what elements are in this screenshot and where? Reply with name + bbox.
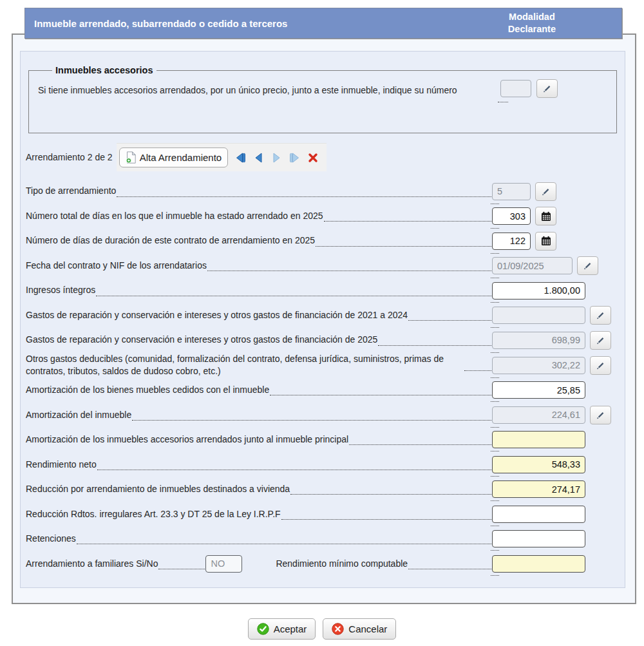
dotted-leader xyxy=(408,320,491,321)
add-record-button[interactable]: Alta Arrendamiento xyxy=(119,147,229,167)
page-title: Inmueble arrendado, subarrendado o cedid… xyxy=(34,18,287,29)
field-label: Reducción Rdtos. irregulares Art. 23.3 y… xyxy=(26,508,281,521)
edit-button[interactable] xyxy=(577,256,598,275)
form-row: Tipo de arrendamiento xyxy=(26,179,612,204)
dotted-leader xyxy=(77,544,491,544)
field-label: Rendimiento neto xyxy=(26,459,97,471)
inmuebles-accesorios-fieldset: Inmuebles accesorios Si tiene inmuebles … xyxy=(28,65,617,133)
edit-button[interactable] xyxy=(535,182,556,201)
field-label: Ingresos íntegros xyxy=(26,284,95,297)
modality-line2: Declarante xyxy=(508,24,556,34)
family-row: Arrendamiento a familiares Si/No Rendimi… xyxy=(26,551,612,576)
edit-button[interactable] xyxy=(536,79,558,98)
field-label: Retenciones xyxy=(26,533,76,546)
cancel-button[interactable]: Cancelar xyxy=(323,618,396,640)
reduccion-irregulares-field[interactable] xyxy=(492,506,585,523)
reduccion-vivienda-field[interactable] xyxy=(492,480,585,498)
field-label: Amortización de los bienes muebles cedid… xyxy=(26,384,269,397)
dotted-leader xyxy=(132,420,491,421)
amortizacion-bienes-muebles-field[interactable] xyxy=(492,381,585,399)
dias-contrato-2025-field[interactable] xyxy=(492,233,531,250)
form-row: Retenciones xyxy=(26,527,612,552)
pencil-icon xyxy=(541,187,551,196)
field-label: Rendimiento mínimo computable xyxy=(276,558,408,571)
dotted-leader xyxy=(316,246,491,247)
form-rows: Tipo de arrendamientoNúmero total de día… xyxy=(26,179,612,551)
field-label: Tipo de arrendamiento xyxy=(26,185,116,198)
accept-icon xyxy=(257,623,269,635)
field-label: Reducción por arrendamiento de inmuebles… xyxy=(26,483,290,496)
rendimiento-minimo-computable-field[interactable] xyxy=(492,555,585,573)
fieldset-legend: Inmuebles accesorios xyxy=(52,65,156,75)
arrendamiento-familiares-field[interactable] xyxy=(205,555,242,573)
edit-button[interactable] xyxy=(590,306,611,325)
ingresos-integros-field[interactable] xyxy=(492,282,585,299)
last-record-icon xyxy=(288,152,301,164)
retenciones-field[interactable] xyxy=(492,530,585,547)
form-row: Número total de días en los que el inmue… xyxy=(26,204,612,229)
cancel-icon xyxy=(332,623,344,635)
dotted-leader xyxy=(290,494,491,495)
pencil-icon xyxy=(542,84,552,93)
accept-button[interactable]: Aceptar xyxy=(248,618,316,640)
dotted-leader xyxy=(207,271,491,271)
calendar-button[interactable] xyxy=(535,232,556,251)
dialog-container: Inmuebles accesorios Si tiene inmuebles … xyxy=(12,33,636,604)
field-label: Número total de días en los que el inmue… xyxy=(26,210,323,223)
calendar-button[interactable] xyxy=(535,207,556,225)
delete-record-icon xyxy=(307,152,319,164)
previous-record-icon xyxy=(253,152,265,164)
last-record-button[interactable] xyxy=(288,152,301,164)
form-row: Amortización de los bienes muebles cedid… xyxy=(26,378,612,403)
field-label: Amortización del inmueble xyxy=(26,409,131,422)
field-label: Arrendamiento a familiares Si/No xyxy=(26,558,158,571)
dotted-leader xyxy=(349,444,491,445)
delete-record-button[interactable] xyxy=(307,152,319,164)
otros-gastos-deducibles-field[interactable] xyxy=(492,357,585,374)
gastos-2021-2024-field[interactable] xyxy=(492,307,585,324)
edit-button[interactable] xyxy=(590,331,611,350)
form-row: Rendimiento neto xyxy=(26,452,612,477)
record-navigation: Arrendamiento 2 de 2 Alta Arrendamiento xyxy=(26,143,625,171)
gastos-2025-field[interactable] xyxy=(492,332,585,349)
form-row: Fecha del contrato y NIF de los arrendat… xyxy=(26,254,612,279)
field-label: Otros gastos deducibles (comunidad, form… xyxy=(26,353,464,378)
inmuebles-accesorios-numero-field[interactable] xyxy=(500,80,531,97)
record-nav-icons xyxy=(234,152,319,164)
next-record-button[interactable] xyxy=(270,152,282,164)
accessories-question-label: Si tiene inmuebles accesorios arrendados… xyxy=(38,84,489,97)
dotted-leader xyxy=(158,569,205,569)
tipo-arrendamiento-field[interactable] xyxy=(492,183,531,200)
footer-actions: Aceptar Cancelar xyxy=(0,618,644,640)
modality-line1: Modalidad xyxy=(509,12,555,22)
record-counter: Arrendamiento 2 de 2 xyxy=(26,152,113,162)
form-row: Amortización del inmueble xyxy=(26,403,612,428)
dias-arrendado-2025-field[interactable] xyxy=(492,207,531,225)
pencil-icon xyxy=(596,336,605,345)
cancel-label: Cancelar xyxy=(348,623,387,634)
dotted-leader xyxy=(117,196,491,197)
fecha-contrato-nif-field[interactable] xyxy=(492,257,573,274)
rendimiento-neto-field[interactable] xyxy=(492,456,585,473)
form-row: Gastos de reparación y conservación e in… xyxy=(26,328,612,353)
window-title-bar: Inmueble arrendado, subarrendado o cedid… xyxy=(24,8,622,39)
dotted-leader xyxy=(408,569,491,569)
previous-record-button[interactable] xyxy=(253,152,265,164)
edit-button[interactable] xyxy=(590,356,611,375)
form-row: Ingresos íntegros xyxy=(26,278,612,303)
dotted-leader xyxy=(324,221,491,222)
first-record-button[interactable] xyxy=(234,152,247,164)
record-toolbar: Alta Arrendamiento xyxy=(117,143,327,171)
modality-declarante-label: Modalidad Declarante xyxy=(508,11,556,35)
field-label: Gastos de reparación y conservación e in… xyxy=(26,309,408,322)
form-row: Otros gastos deducibles (comunidad, form… xyxy=(26,353,612,378)
edit-button[interactable] xyxy=(590,406,611,424)
form-row: Reducción por arrendamiento de inmuebles… xyxy=(26,477,612,502)
dotted-leader xyxy=(378,345,491,346)
pencil-icon xyxy=(596,410,605,420)
amortizacion-accesorios-field[interactable] xyxy=(492,431,585,448)
accept-label: Aceptar xyxy=(274,623,307,634)
add-record-label: Alta Arrendamiento xyxy=(140,152,222,163)
amortizacion-inmueble-field[interactable] xyxy=(492,406,585,424)
form-row: Reducción Rdtos. irregulares Art. 23.3 y… xyxy=(26,502,612,527)
